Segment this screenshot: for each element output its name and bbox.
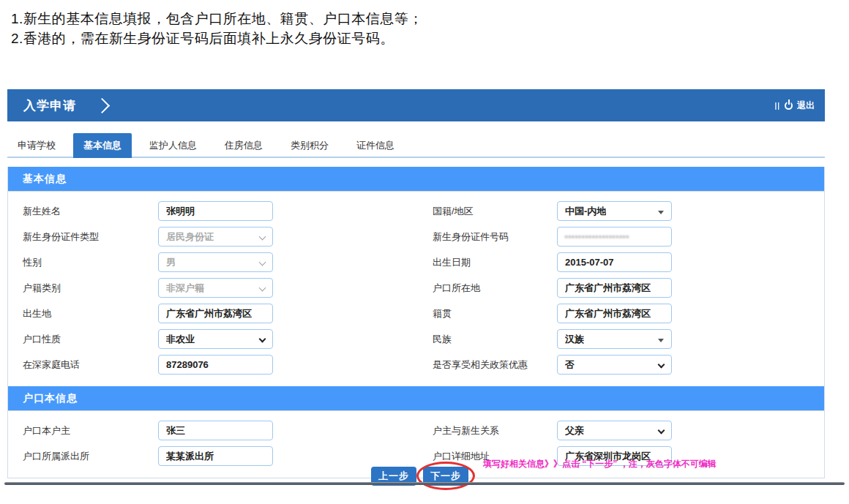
annotation-note: 填写好相关信息》》点击 “下一步” ，注，灰色字体不可编辑: [483, 458, 717, 470]
form-field: 民族汉族: [433, 329, 811, 349]
form-field: 户主与新生关系父亲: [433, 421, 811, 440]
header-right: || 退出: [774, 99, 825, 112]
field-label: 出生地: [23, 307, 158, 320]
form-field: 新生身份证件号码•••••••••••••••••••: [433, 227, 811, 247]
instruction-line-2: 2.香港的，需在新生身份证号码后面填补上永久身份证号码。: [11, 29, 849, 48]
field-value: 某某派出所: [166, 450, 214, 463]
tab-证件信息[interactable]: 证件信息: [346, 133, 405, 158]
text-input[interactable]: •••••••••••••••••••: [557, 227, 672, 247]
tab-住房信息[interactable]: 住房信息: [214, 133, 273, 158]
form-field: 国籍/地区中国-内地: [433, 201, 811, 221]
field-label: 是否享受相关政策优惠: [433, 358, 557, 372]
field-label: 户主与新生关系: [433, 424, 557, 437]
select-dropdown[interactable]: 中国-内地: [557, 201, 672, 221]
select-disabled: 居民身份证: [158, 227, 273, 247]
bottom-divider: [4, 482, 845, 485]
field-value: 广东省广州市荔湾区: [166, 307, 252, 320]
form-field: 户口所在地广东省广州市荔湾区: [433, 278, 811, 298]
field-value: 张明明: [166, 205, 195, 218]
caret-down-icon: [658, 211, 664, 214]
field-label: 新生身份证件类型: [23, 230, 158, 244]
field-value: 男: [166, 256, 176, 269]
logout-button[interactable]: 退出: [797, 99, 815, 112]
field-label: 籍贯: [433, 307, 557, 320]
field-value: 广东省广州市荔湾区: [565, 307, 651, 320]
chevron-down-icon: [259, 259, 266, 266]
form-field: 新生姓名张明明: [23, 201, 433, 221]
field-label: 户口所属派出所: [23, 450, 158, 463]
page: 1.新生的基本信息填报，包含户口所在地、籍贯、户口本信息等； 2.香港的，需在新…: [0, 0, 849, 504]
tab-bar: 申请学校基本信息监护人信息住房信息类别积分证件信息: [7, 135, 825, 158]
form-field: 新生身份证件类型居民身份证: [23, 227, 433, 247]
field-label: 国籍/地区: [433, 205, 557, 218]
form-field: 户籍类别非深户籍: [23, 278, 433, 298]
chevron-down-icon: [658, 361, 665, 369]
power-icon[interactable]: [785, 102, 793, 110]
tab-类别积分[interactable]: 类别积分: [280, 133, 339, 158]
field-label: 民族: [433, 333, 557, 346]
text-input[interactable]: 广东省广州市荔湾区: [557, 278, 672, 298]
chevron-down-icon: [259, 233, 266, 241]
page-title: 入学申请: [7, 97, 76, 114]
tab-监护人信息[interactable]: 监护人信息: [139, 133, 207, 158]
form-field: 户口性质非农业: [23, 329, 433, 349]
chevron-right-icon: [94, 97, 110, 113]
field-value: 2015-07-07: [565, 257, 614, 268]
field-value: 非深户籍: [166, 282, 204, 295]
form-field: 在深家庭电话87289076: [23, 355, 433, 375]
instructions: 1.新生的基本信息填报，包含户口所在地、籍贯、户口本信息等； 2.香港的，需在新…: [0, 0, 849, 48]
form-column-left: 户口本户主张三户口所属派出所某某派出所: [23, 421, 433, 472]
caret-down-icon: [658, 339, 664, 342]
form-field: 是否享受相关政策优惠否: [433, 355, 811, 375]
field-value: 张三: [166, 424, 185, 437]
text-input[interactable]: 87289076: [158, 355, 273, 375]
form-column-left: 新生姓名张明明新生身份证件类型居民身份证性别男户籍类别非深户籍出生地广东省广州市…: [23, 201, 433, 380]
text-input[interactable]: 某某派出所: [158, 446, 273, 466]
text-input[interactable]: 广东省广州市荔湾区: [557, 304, 672, 323]
section-header: 基本信息: [8, 167, 824, 191]
form-field: 户口本户主张三: [23, 421, 433, 440]
chevron-down-icon: [259, 336, 266, 343]
field-value: 87289076: [166, 359, 209, 370]
field-label: 户籍类别: [23, 282, 158, 295]
field-value: 父亲: [565, 424, 584, 437]
field-label: 户口性质: [23, 333, 158, 346]
divider-bars: ||: [774, 102, 780, 110]
tab-基本信息[interactable]: 基本信息: [73, 133, 132, 158]
form-field: 性别男: [23, 252, 433, 272]
chevron-down-icon: [259, 285, 266, 292]
field-value: 汉族: [565, 333, 584, 346]
tab-申请学校[interactable]: 申请学校: [7, 133, 66, 158]
form-column-right: 国籍/地区中国-内地新生身份证件号码•••••••••••••••••••出生日…: [433, 201, 811, 380]
chevron-down-icon: [658, 427, 665, 435]
field-label: 性别: [23, 256, 158, 269]
field-value: 否: [565, 358, 575, 372]
field-value: 中国-内地: [565, 205, 606, 218]
form-field: 出生地广东省广州市荔湾区: [23, 304, 433, 323]
field-label: 户口所在地: [433, 282, 557, 295]
section-header: 户口本信息: [8, 386, 824, 410]
field-value: 居民身份证: [166, 230, 214, 244]
instruction-line-1: 1.新生的基本信息填报，包含户口所在地、籍贯、户口本信息等；: [11, 9, 849, 29]
text-input[interactable]: 2015-07-07: [557, 252, 672, 272]
text-input[interactable]: 张三: [158, 421, 273, 440]
text-input[interactable]: 张明明: [158, 201, 273, 221]
field-value: 广东省广州市荔湾区: [565, 282, 651, 295]
form-panel: 基本信息新生姓名张明明新生身份证件类型居民身份证性别男户籍类别非深户籍出生地广东…: [7, 167, 825, 478]
select-dropdown[interactable]: 汉族: [557, 329, 672, 349]
select-disabled: 男: [158, 252, 273, 272]
select-disabled: 非深户籍: [158, 278, 273, 298]
text-input[interactable]: 广东省广州市荔湾区: [158, 304, 273, 323]
select-dropdown[interactable]: 父亲: [557, 421, 672, 440]
field-label: 在深家庭电话: [23, 358, 158, 372]
select-dropdown[interactable]: 否: [557, 355, 672, 375]
field-label: 新生姓名: [23, 205, 158, 218]
app-header: 入学申请 || 退出: [7, 89, 825, 121]
field-label: 出生日期: [433, 256, 557, 269]
form-field: 出生日期2015-07-07: [433, 252, 811, 272]
select-dropdown[interactable]: 非农业: [158, 329, 273, 349]
form-field: 户口所属派出所某某派出所: [23, 446, 433, 466]
masked-value: •••••••••••••••••••: [565, 233, 629, 241]
field-value: 非农业: [166, 333, 195, 346]
field-label: 新生身份证件号码: [433, 230, 557, 244]
